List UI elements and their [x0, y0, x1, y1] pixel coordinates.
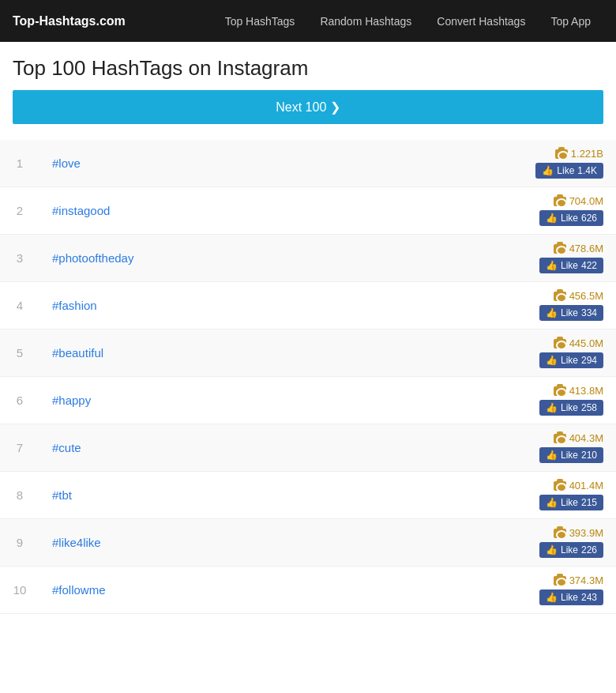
next-100-button[interactable]: Next 100 ❯ — [13, 90, 603, 124]
thumb-icon: 👍 — [546, 497, 558, 508]
hashtag-link[interactable]: #love — [52, 156, 81, 170]
nav-link-top-app[interactable]: Top App — [538, 0, 603, 42]
like-label: Like — [557, 165, 574, 176]
hashtag-link[interactable]: #photooftheday — [52, 251, 133, 265]
nav-link-random-hashtags[interactable]: Random Hashtags — [307, 0, 424, 42]
stats-cell: 374.3M 👍 Like 243 — [348, 567, 616, 614]
nav-link-convert-hashtags[interactable]: Convert Hashtags — [424, 0, 538, 42]
table-row: 6 #happy 413.8M 👍 Like 258 — [0, 377, 616, 424]
hashtag-link[interactable]: #like4like — [52, 536, 101, 549]
hashtag-link[interactable]: #beautiful — [52, 346, 103, 360]
like-button[interactable]: 👍 Like 334 — [539, 305, 603, 321]
like-button[interactable]: 👍 Like 294 — [539, 352, 603, 368]
like-button[interactable]: 👍 Like 215 — [539, 495, 603, 510]
hashtag-cell[interactable]: #beautiful — [39, 330, 348, 377]
hashtag-cell[interactable]: #fashion — [39, 282, 348, 330]
hashtag-link[interactable]: #cute — [52, 441, 81, 454]
table-row: 10 #followme 374.3M 👍 Like 243 — [0, 567, 616, 614]
hashtag-link[interactable]: #instagood — [52, 204, 110, 217]
table-row: 7 #cute 404.3M 👍 Like 210 — [0, 424, 616, 472]
camera-icon — [554, 529, 566, 538]
hashtag-link[interactable]: #happy — [52, 394, 91, 407]
thumb-icon: 👍 — [546, 450, 558, 461]
camera-icon — [555, 149, 568, 159]
hashtag-cell[interactable]: #like4like — [39, 519, 348, 567]
like-label: Like — [561, 544, 578, 556]
count-value: 401.4M — [569, 480, 603, 492]
table-row: 3 #photooftheday 478.6M 👍 Like 422 — [0, 235, 616, 282]
count-value: 404.3M — [569, 432, 603, 444]
hashtag-table: 1 #love 1.221B 👍 Like 1.4K 2 #instagood — [0, 140, 616, 614]
nav-link-top-hashtags[interactable]: Top HashTags — [212, 0, 308, 42]
rank-cell: 4 — [0, 282, 39, 330]
stats-cell: 401.4M 👍 Like 215 — [348, 472, 616, 519]
like-count: 334 — [581, 307, 597, 318]
like-button[interactable]: 👍 Like 626 — [539, 210, 603, 226]
post-count: 393.9M — [361, 527, 603, 539]
table-row: 8 #tbt 401.4M 👍 Like 215 — [0, 472, 616, 519]
camera-icon — [554, 481, 566, 491]
rank-cell: 5 — [0, 330, 39, 377]
like-count: 215 — [581, 497, 597, 508]
hashtag-cell[interactable]: #instagood — [39, 187, 348, 235]
count-value: 445.0M — [569, 337, 603, 349]
count-value: 478.6M — [569, 243, 603, 254]
thumb-icon: 👍 — [546, 544, 558, 556]
camera-icon — [554, 386, 566, 396]
like-label: Like — [561, 260, 578, 271]
like-count: 1.4K — [577, 165, 597, 176]
post-count: 445.0M — [361, 337, 603, 349]
next-btn-container: Next 100 ❯ — [0, 90, 616, 140]
hashtag-link[interactable]: #tbt — [52, 488, 72, 502]
camera-icon — [554, 339, 566, 348]
count-value: 1.221B — [571, 148, 603, 160]
stats-cell: 704.0M 👍 Like 626 — [348, 187, 616, 235]
rank-cell: 7 — [0, 424, 39, 472]
rank-cell: 9 — [0, 519, 39, 567]
like-count: 294 — [581, 355, 597, 366]
camera-icon — [554, 434, 566, 443]
like-count: 210 — [581, 450, 597, 461]
count-value: 374.3M — [569, 574, 603, 586]
hashtag-cell[interactable]: #happy — [39, 377, 348, 424]
stats-cell: 456.5M 👍 Like 334 — [348, 282, 616, 330]
post-count: 374.3M — [361, 574, 603, 586]
like-count: 422 — [581, 260, 597, 271]
like-button[interactable]: 👍 Like 243 — [539, 589, 603, 605]
hashtag-link[interactable]: #followme — [52, 583, 106, 597]
thumb-icon: 👍 — [542, 165, 554, 176]
stats-cell: 404.3M 👍 Like 210 — [348, 424, 616, 472]
like-label: Like — [561, 307, 578, 318]
hashtag-cell[interactable]: #cute — [39, 424, 348, 472]
count-value: 704.0M — [569, 195, 603, 207]
hashtag-cell[interactable]: #love — [39, 140, 348, 187]
like-button[interactable]: 👍 Like 1.4K — [535, 163, 603, 179]
table-row: 1 #love 1.221B 👍 Like 1.4K — [0, 140, 616, 187]
hashtag-link[interactable]: #fashion — [52, 299, 97, 312]
table-row: 5 #beautiful 445.0M 👍 Like 294 — [0, 330, 616, 377]
camera-icon — [554, 197, 566, 206]
thumb-icon: 👍 — [546, 592, 558, 603]
like-button[interactable]: 👍 Like 210 — [539, 447, 603, 463]
hashtag-cell[interactable]: #photooftheday — [39, 235, 348, 282]
post-count: 704.0M — [361, 195, 603, 207]
stats-cell: 445.0M 👍 Like 294 — [348, 330, 616, 377]
like-label: Like — [561, 402, 578, 413]
thumb-icon: 👍 — [546, 213, 558, 224]
thumb-icon: 👍 — [546, 402, 558, 413]
like-label: Like — [561, 497, 578, 508]
nav-links: Top HashTags Random Hashtags Convert Has… — [212, 0, 603, 42]
like-button[interactable]: 👍 Like 258 — [539, 400, 603, 416]
like-button[interactable]: 👍 Like 422 — [539, 258, 603, 273]
like-count: 226 — [581, 544, 597, 556]
like-button[interactable]: 👍 Like 226 — [539, 542, 603, 558]
post-count: 478.6M — [361, 243, 603, 254]
thumb-icon: 👍 — [546, 355, 558, 366]
post-count: 401.4M — [361, 480, 603, 492]
table-row: 2 #instagood 704.0M 👍 Like 626 — [0, 187, 616, 235]
hashtag-cell[interactable]: #tbt — [39, 472, 348, 519]
rank-cell: 6 — [0, 377, 39, 424]
hashtag-cell[interactable]: #followme — [39, 567, 348, 614]
post-count: 413.8M — [361, 385, 603, 397]
post-count: 456.5M — [361, 290, 603, 302]
